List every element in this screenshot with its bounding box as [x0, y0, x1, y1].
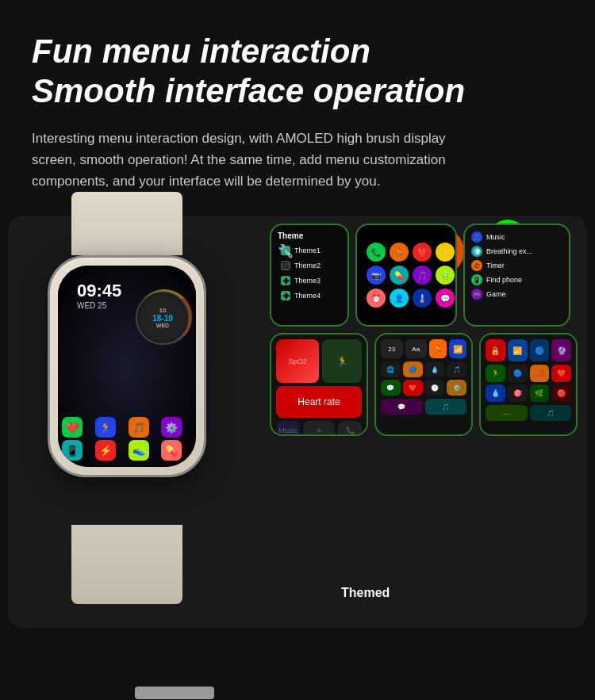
- watch-button-right: [204, 305, 206, 329]
- app-icon-run: 🏃: [95, 417, 116, 438]
- cal-run: 🏃: [429, 339, 447, 358]
- bubble-3: ❤️: [413, 243, 432, 262]
- main-title: Fun menu interaction Smooth interface op…: [32, 32, 563, 112]
- breathing-icon: 💨: [471, 246, 482, 257]
- menu-breathing: 💨 Breathing ex...: [471, 246, 562, 257]
- watch-apps-grid: ❤️ 🏃 🎵 ⚙️ 📱 ⚡ 👟 💊: [62, 417, 192, 461]
- cal-date: 23: [381, 339, 403, 358]
- watch-clasp: [135, 687, 214, 699]
- bubble-10: 👤: [390, 289, 409, 308]
- bubble-1: 📞: [367, 243, 386, 262]
- health-screenshot: SpO2 🏃 Heart rate Music ≡: [270, 333, 368, 436]
- cg-grid-4: ❤️: [551, 365, 571, 382]
- menu-findphone: 📱 Find phone: [471, 274, 562, 285]
- bubble-7: 🎵: [413, 266, 432, 285]
- app-extra-1: 💬: [381, 399, 423, 415]
- extra-widget-2: ≡: [303, 421, 335, 436]
- cal-nfc: 📶: [449, 339, 466, 358]
- watch-button-left: [48, 297, 50, 329]
- app-grid-7: 🕐: [425, 380, 445, 396]
- cg-icon-1: 🔒: [486, 339, 505, 361]
- theme3-icon: ✦: [281, 276, 290, 285]
- cg-grid-3: ⭕: [530, 365, 550, 382]
- cg-grid-5: 💧: [486, 384, 505, 402]
- findphone-icon: 📱: [471, 274, 482, 285]
- game-icon: 🎮: [471, 289, 482, 300]
- theme-item-4: ✦ Theme4: [278, 289, 341, 302]
- cal-aa: Aa: [405, 339, 428, 358]
- app-icon-steps: 👟: [129, 440, 149, 461]
- app-extra-2: 🎵: [425, 399, 467, 415]
- menu-timer: ⏱ Timer: [471, 260, 562, 271]
- theme3-text: Theme3: [294, 277, 321, 285]
- screenshots-row-1: Theme 🔧 Theme1 ≡ Theme2 ✦ Theme3 ✦ Theme…: [270, 224, 579, 327]
- cg-grid-1: 🏃: [486, 365, 505, 382]
- extra-widget-3: 📞: [338, 421, 362, 436]
- bubble-11: 🌡️: [413, 289, 432, 308]
- theme4-text: Theme4: [294, 292, 321, 300]
- screenshots-row-2: SpO2 🏃 Heart rate Music ≡: [270, 333, 579, 436]
- app-icon-extra: 💊: [161, 440, 182, 461]
- cg-icon-2: 📶: [508, 339, 528, 361]
- cg-grid-6: 🎯: [508, 384, 528, 402]
- watch-screen-inner: 09:45 WED 25 10 18-10 WED: [58, 266, 196, 467]
- app-grid-8: ⚙️: [447, 380, 466, 396]
- watch-band-top: [71, 192, 182, 255]
- screenshots-area: Theme 🔧 Theme1 ≡ Theme2 ✦ Theme3 ✦ Theme…: [270, 224, 579, 612]
- cg-grid-2: 🔵: [508, 365, 528, 382]
- heart-widget: Heart rate: [276, 386, 362, 418]
- app-grid-2: 🔵: [403, 361, 423, 377]
- app-icon-settings: ⚙️: [161, 417, 182, 438]
- apps-grid-screenshot: 📞 🏃 ❤️ ⚡ 📷 💊 🎵 🔋 ⏰ 👤 🌡️ 💬: [355, 224, 457, 327]
- theme1-icon: 🔧: [281, 246, 290, 255]
- step-widget: 🏃: [322, 339, 362, 383]
- theme-item-2: ≡ Theme2: [278, 259, 341, 272]
- bubble-2: 🏃: [390, 243, 409, 262]
- bubble-6: 💊: [390, 266, 409, 285]
- theme4-icon: ✦: [281, 291, 290, 300]
- app-grid-5: 💬: [381, 380, 401, 396]
- bubble-4: ⚡: [436, 243, 455, 262]
- cg-icon-4: 🔮: [551, 339, 571, 361]
- findphone-text: Find phone: [486, 276, 522, 284]
- app-icon-phone: 📱: [62, 440, 83, 461]
- timer-text: Timer: [486, 262, 505, 270]
- theme-item-3: ✦ Theme3: [278, 274, 341, 287]
- top-section: Fun menu interaction Smooth interface op…: [0, 0, 595, 216]
- cg-extra-2: 🎵: [530, 405, 572, 421]
- music-text: Music: [486, 233, 505, 241]
- timer-icon: ⏱: [471, 260, 482, 271]
- app-grid-4: 🎵: [447, 361, 466, 377]
- bubble-8: 🔋: [436, 266, 455, 285]
- bubble-9: ⏰: [367, 289, 386, 308]
- spo2-widget: SpO2: [276, 339, 319, 383]
- app-grid-3: 💧: [425, 361, 445, 377]
- music-icon: 🎵: [471, 231, 482, 243]
- theme-item-1: 🔧 Theme1: [278, 244, 341, 257]
- breathing-text: Breathing ex...: [486, 247, 532, 255]
- description-text: Interesting menu interaction design, wit…: [32, 128, 492, 193]
- game-text: Game: [486, 290, 506, 298]
- cg-extra-1: —: [486, 405, 528, 421]
- colorful-grid-screenshot: 🔒 📶 🔵 🔮 🏃 🔵 ⭕ ❤️ 💧 🎯 🌿 🔴: [479, 333, 578, 436]
- app-icon-music: 🎵: [129, 417, 149, 438]
- app-grid-6: ❤️: [403, 380, 423, 396]
- menu-list-screenshot: 🎵 Music 💨 Breathing ex... ⏱ Timer 📱 Find…: [463, 224, 570, 327]
- menu-music: 🎵 Music: [471, 231, 562, 243]
- calendar-screenshot: 23 Aa 🏃 📶 🌐 🔵 💧 🎵 💬 ❤️ 🕐 ⚙️: [374, 333, 473, 436]
- app-icon-alert: ⚡: [95, 440, 116, 461]
- app-grid-1: 🌐: [381, 361, 401, 377]
- theme2-text: Theme2: [294, 262, 321, 270]
- watch-band-bottom: [71, 525, 182, 604]
- cg-icon-3: 🔵: [530, 339, 550, 361]
- extra-widget-1: Music: [276, 421, 300, 436]
- watch-body: 09:45 WED 25 10 18-10 WED: [48, 255, 206, 477]
- theme1-text: Theme1: [294, 247, 321, 254]
- bottom-section: 09:45 WED 25 10 18-10 WED: [8, 216, 587, 628]
- watch-container: 09:45 WED 25 10 18-10 WED: [24, 239, 222, 541]
- cg-grid-8: 🔴: [551, 384, 571, 402]
- bubble-5: 📷: [367, 266, 386, 285]
- theme2-icon: ≡: [281, 261, 290, 270]
- cg-grid-7: 🌿: [530, 384, 550, 402]
- themed-label: Themed: [341, 586, 390, 600]
